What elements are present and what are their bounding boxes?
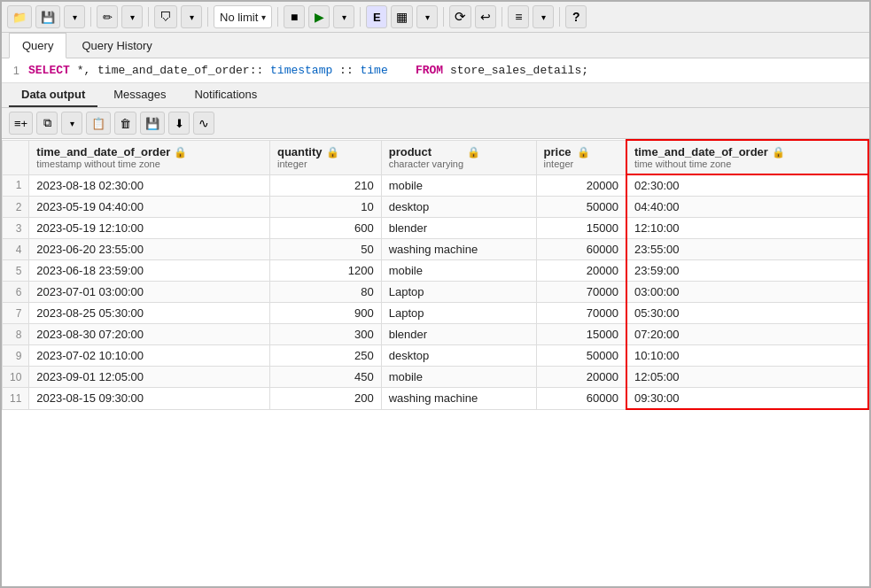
cell-quantity: 600 — [269, 218, 381, 239]
run-dropdown-button[interactable]: ▾ — [333, 5, 354, 28]
col-header-rownum — [3, 140, 29, 174]
cell-time-date: 2023-08-15 09:30:00 — [29, 388, 270, 410]
cell-time-extracted: 07:20:00 — [626, 324, 868, 345]
data-table: time_and_date_of_order timestamp without… — [2, 139, 869, 410]
filter-button[interactable]: ⛉ — [154, 5, 177, 28]
cell-product: mobile — [381, 260, 536, 282]
cell-time-extracted: 23:59:00 — [626, 260, 868, 282]
save-data-button[interactable]: 💾 — [140, 112, 165, 135]
col-header-price: price integer 🔒 — [536, 140, 626, 174]
query-tabs: Query Query History — [2, 33, 869, 58]
lock-icon-2: 🔒 — [326, 146, 339, 159]
cell-time-extracted: 10:10:00 — [626, 345, 868, 367]
cell-time-date: 2023-08-25 05:30:00 — [29, 303, 270, 324]
cell-price: 60000 — [536, 239, 626, 260]
cell-quantity: 200 — [269, 388, 381, 410]
table-body: 12023-08-18 02:30:00210mobile2000002:30:… — [3, 174, 869, 409]
table-row: 32023-05-19 12:10:00600blender1500012:10… — [3, 218, 869, 239]
save-dropdown-button[interactable]: ▾ — [64, 5, 85, 28]
cell-quantity: 300 — [269, 324, 381, 345]
table-row: 112023-08-15 09:30:00200washing machine6… — [3, 388, 869, 410]
analyze-button[interactable]: ▦ — [391, 5, 413, 28]
main-window: 📁 💾 ▾ ✏ ▾ ⛉ ▾ No limit ▾ ■ ▶ ▾ E ▦ ▾ ⟳ ↩… — [0, 0, 871, 588]
add-row-button[interactable]: ≡+ — [9, 112, 33, 135]
cell-product: Laptop — [381, 303, 536, 324]
cell-quantity: 80 — [269, 282, 381, 303]
tab-data-output[interactable]: Data output — [9, 83, 97, 107]
cell-price: 20000 — [536, 260, 626, 282]
cell-time-extracted: 12:05:00 — [626, 367, 868, 388]
explain-button[interactable]: E — [366, 5, 387, 28]
cell-time-extracted: 09:30:00 — [626, 388, 868, 410]
cell-quantity: 10 — [269, 197, 381, 218]
tab-messages[interactable]: Messages — [101, 83, 178, 107]
help-button[interactable]: ? — [565, 5, 587, 28]
save-button[interactable]: 💾 — [35, 5, 60, 28]
edit-dropdown-button[interactable]: ▾ — [121, 5, 143, 28]
row-limit-label: No limit — [220, 11, 258, 24]
cell-row-num: 11 — [3, 388, 29, 410]
toolbar-separator-5 — [360, 7, 361, 27]
tab-notifications[interactable]: Notifications — [182, 83, 269, 107]
table-row: 42023-06-20 23:55:0050washing machine600… — [3, 239, 869, 260]
col-header-time-date: time_and_date_of_order timestamp without… — [29, 140, 270, 174]
analyze-dropdown-button[interactable]: ▾ — [416, 5, 438, 28]
tab-query-history[interactable]: Query History — [68, 33, 165, 58]
lock-icon-4: 🔒 — [577, 146, 590, 159]
tab-query[interactable]: Query — [9, 33, 66, 58]
open-file-button[interactable]: 📁 — [7, 5, 32, 28]
sql-editor[interactable]: 1 SELECT *, time_and_date_of_order:: tim… — [2, 58, 869, 83]
stop-button[interactable]: ■ — [284, 5, 305, 28]
col-header-quantity: quantity integer 🔒 — [269, 140, 381, 174]
toolbar: 📁 💾 ▾ ✏ ▾ ⛉ ▾ No limit ▾ ■ ▶ ▾ E ▦ ▾ ⟳ ↩… — [2, 2, 869, 33]
sql-from-keyword: FROM — [416, 64, 443, 77]
edit-button[interactable]: ✏ — [97, 5, 118, 28]
cell-row-num: 5 — [3, 260, 29, 282]
run-button[interactable]: ▶ — [308, 5, 330, 28]
commit-button[interactable]: ⟳ — [449, 5, 471, 28]
macros-button[interactable]: ≡ — [508, 5, 529, 28]
cell-product: blender — [381, 324, 536, 345]
copy-dropdown-button[interactable]: ▾ — [61, 112, 82, 135]
cell-time-date: 2023-06-20 23:55:00 — [29, 239, 270, 260]
cell-time-extracted: 23:55:00 — [626, 239, 868, 260]
lock-icon-1: 🔒 — [174, 146, 187, 159]
row-limit-dropdown[interactable]: No limit ▾ — [214, 5, 272, 28]
data-table-wrapper: time_and_date_of_order timestamp without… — [2, 139, 869, 410]
table-row: 62023-07-01 03:00:0080Laptop7000003:00:0… — [3, 282, 869, 303]
cell-price: 50000 — [536, 197, 626, 218]
cell-product: desktop — [381, 345, 536, 367]
cell-time-date: 2023-08-18 02:30:00 — [29, 174, 270, 197]
table-header-row: time_and_date_of_order timestamp without… — [3, 140, 869, 174]
sql-code[interactable]: SELECT *, time_and_date_of_order:: times… — [28, 64, 588, 77]
cell-price: 20000 — [536, 174, 626, 197]
download-button[interactable]: ⬇ — [168, 112, 190, 135]
cell-row-num: 6 — [3, 282, 29, 303]
cell-product: blender — [381, 218, 536, 239]
table-row: 22023-05-19 04:40:0010desktop5000004:40:… — [3, 197, 869, 218]
cell-product: desktop — [381, 197, 536, 218]
table-row: 72023-08-25 05:30:00900Laptop7000005:30:… — [3, 303, 869, 324]
col-header-time-extracted: time_and_date_of_order time without time… — [626, 140, 868, 174]
rollback-button[interactable]: ↩ — [475, 5, 496, 28]
graph-button[interactable]: ∿ — [193, 112, 214, 135]
toolbar-separator-4 — [277, 7, 278, 27]
paste-button[interactable]: 📋 — [86, 112, 111, 135]
cell-row-num: 2 — [3, 197, 29, 218]
cell-time-extracted: 04:40:00 — [626, 197, 868, 218]
row-limit-caret-icon: ▾ — [261, 12, 266, 22]
copy-button[interactable]: ⧉ — [36, 112, 58, 135]
toolbar-separator-3 — [207, 7, 208, 27]
filter-dropdown-button[interactable]: ▾ — [181, 5, 202, 28]
lock-icon-5: 🔒 — [772, 146, 785, 159]
cell-row-num: 9 — [3, 345, 29, 367]
table-row: 82023-08-30 07:20:00300blender1500007:20… — [3, 324, 869, 345]
data-toolbar: ≡+ ⧉ ▾ 📋 🗑 💾 ⬇ ∿ — [2, 108, 869, 139]
cell-product: washing machine — [381, 239, 536, 260]
delete-button[interactable]: 🗑 — [114, 112, 136, 135]
cell-time-extracted: 02:30:00 — [626, 174, 868, 197]
macros-dropdown-button[interactable]: ▾ — [533, 5, 554, 28]
cell-row-num: 8 — [3, 324, 29, 345]
lock-icon-3: 🔒 — [467, 146, 480, 159]
sql-select-keyword: SELECT — [28, 64, 70, 77]
